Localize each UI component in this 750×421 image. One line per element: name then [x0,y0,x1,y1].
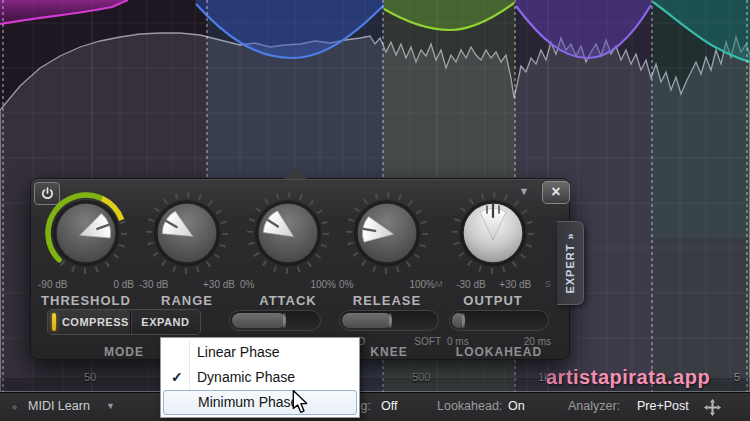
threshold-max-label: 0 dB [113,279,134,290]
compress-button[interactable]: COMPRESS [48,310,130,334]
threshold-scale: -90 dB 0 dB [38,279,134,290]
expert-tab[interactable]: EXPERT » [557,221,584,305]
analyzer-value[interactable]: Pre+Post [637,399,689,413]
oversampling-value[interactable]: Off [381,399,397,413]
stereo-link-slider[interactable] [229,310,321,331]
attack-scale: 0% 100% [240,279,336,290]
attack-max-label: 100% [310,279,336,290]
threshold-min-label: -90 dB [38,279,67,290]
lookahead-status-label: Lookahead: [437,399,502,413]
watermark-text: artistapirata.app [546,366,710,389]
check-icon: ✓ [171,365,183,390]
attack-knob[interactable] [243,188,333,278]
midi-learn-caret-icon[interactable]: ▼ [106,401,115,411]
output-mid-label: M [435,279,443,290]
lookahead-slider[interactable] [449,310,549,331]
mouse-cursor [292,390,309,414]
attack-min-label: 0% [240,279,254,290]
knee-slider-fill [342,313,392,328]
range-min-label: -30 dB [139,279,168,290]
mode-button-group: COMPRESS EXPAND [47,309,201,335]
freq-label-50: 50 [84,371,96,383]
panel-pointer-arrow [283,167,307,179]
plugin-window: 50 500 1k 5 artistapirata.app ▼ × EXPERT… [0,0,750,421]
expand-button-label: EXPAND [141,316,189,328]
release-max-label: 100% [409,279,435,290]
output-scale: M -30 dB +30 dB S [435,279,551,290]
release-scale: 0% 100% [339,279,435,290]
release-label: RELEASE [327,293,447,308]
release-min-label: 0% [339,279,353,290]
close-icon: × [551,183,560,200]
freq-label-500: 500 [412,371,430,383]
lookahead-slider-fill [452,313,465,328]
menu-item-minimum-phase[interactable]: Minimum Phase [163,390,357,415]
output-side-label: S [545,279,551,290]
resize-move-icon[interactable] [704,399,721,416]
midi-learn-led [11,404,18,411]
band-settings-panel: ▼ × EXPERT » -90 dB 0 dB [30,178,570,360]
expand-button[interactable]: EXPAND [130,310,200,334]
status-bar: MIDI Learn ▼ Oversampling: Off Lookahead… [0,392,750,421]
freq-label-5k: 5 [734,371,740,383]
expert-tab-label: EXPERT » [560,223,580,303]
menu-item-dynamic-phase-label: Dynamic Phase [197,369,295,385]
analyzer-label: Analyzer: [568,399,620,413]
panel-close-button[interactable]: × [542,181,570,204]
output-max-label: +30 dB [499,279,531,290]
phase-mode-context-menu: Linear Phase ✓Dynamic Phase Minimum Phas… [160,337,360,418]
menu-item-dynamic-phase[interactable]: ✓Dynamic Phase [163,365,357,390]
menu-item-linear-phase[interactable]: Linear Phase [163,340,357,365]
compress-active-led [52,313,56,331]
range-max-label: +30 dB [203,279,235,290]
midi-learn-button[interactable]: MIDI Learn [28,399,90,413]
release-knob[interactable] [342,188,432,278]
output-label: OUTPUT [433,293,553,308]
range-knob[interactable] [142,188,232,278]
knee-slider[interactable] [339,310,439,331]
output-min-label: -30 dB [456,279,485,290]
threshold-knob[interactable] [41,188,131,278]
stereo-link-slider-fill [232,313,286,328]
compress-button-label: COMPRESS [62,316,129,328]
range-scale: -30 dB +30 dB [139,279,235,290]
lookahead-group-label: LOOKAHEAD [429,345,569,359]
output-knob[interactable] [448,188,538,278]
lookahead-status-value[interactable]: On [508,399,525,413]
